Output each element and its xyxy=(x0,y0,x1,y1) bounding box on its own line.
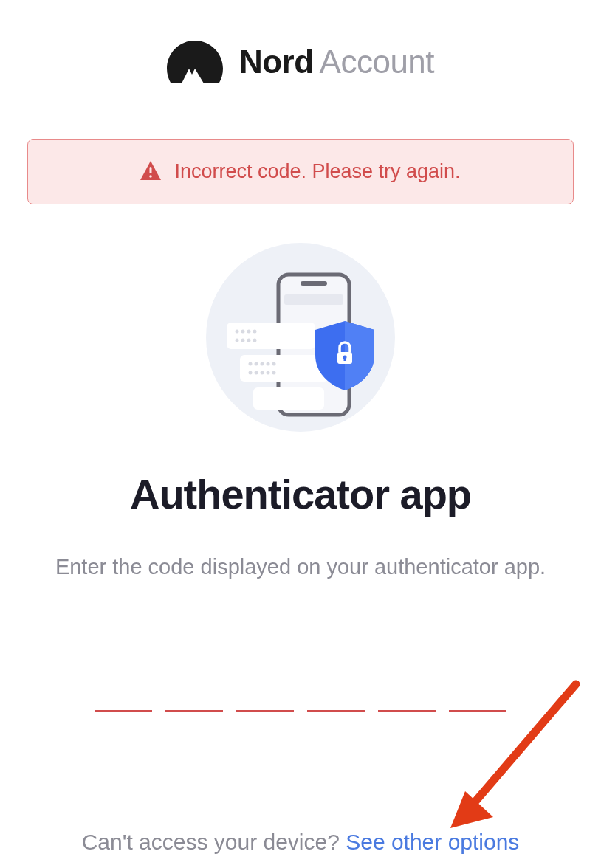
svg-rect-0 xyxy=(150,167,152,173)
svg-point-1 xyxy=(150,175,153,178)
svg-point-16 xyxy=(249,362,253,366)
brand-name-light: Account xyxy=(320,44,434,80)
see-other-options-link[interactable]: See other options xyxy=(346,830,519,854)
svg-rect-29 xyxy=(344,357,346,361)
code-digit-3[interactable] xyxy=(236,668,294,712)
svg-point-20 xyxy=(272,362,276,366)
svg-point-10 xyxy=(253,330,257,334)
authenticator-illustration xyxy=(0,241,601,433)
code-digit-2[interactable] xyxy=(165,668,223,712)
svg-point-18 xyxy=(261,362,264,366)
code-digit-4[interactable] xyxy=(307,668,365,712)
svg-point-25 xyxy=(272,371,276,375)
svg-rect-5 xyxy=(284,294,343,305)
svg-point-13 xyxy=(247,339,251,342)
svg-rect-26 xyxy=(253,388,324,410)
footer-prompt: Can't access your device? xyxy=(82,830,346,854)
svg-point-24 xyxy=(267,371,270,375)
svg-point-8 xyxy=(241,330,245,334)
brand-name-bold: Nord xyxy=(239,44,314,80)
footer: Can't access your device? See other opti… xyxy=(0,830,601,855)
svg-point-9 xyxy=(247,330,251,334)
code-digit-1[interactable] xyxy=(95,668,152,712)
warning-triangle-icon xyxy=(140,161,161,183)
error-alert: Incorrect code. Please try again. xyxy=(27,139,574,204)
svg-point-7 xyxy=(236,330,239,334)
code-digit-5[interactable] xyxy=(378,668,436,712)
svg-point-23 xyxy=(261,371,264,375)
page-subtitle: Enter the code displayed on your authent… xyxy=(0,555,601,579)
svg-point-17 xyxy=(255,362,258,366)
svg-rect-6 xyxy=(227,323,315,349)
svg-rect-4 xyxy=(300,281,327,286)
svg-point-19 xyxy=(267,362,270,366)
svg-rect-15 xyxy=(240,355,329,382)
logo-text: NordAccount xyxy=(239,44,434,80)
svg-point-14 xyxy=(253,339,257,342)
page-header: NordAccount xyxy=(0,0,601,83)
page-title: Authenticator app xyxy=(0,470,601,518)
svg-point-22 xyxy=(255,371,258,375)
code-input-group xyxy=(0,668,601,712)
svg-point-12 xyxy=(241,339,245,342)
error-message: Incorrect code. Please try again. xyxy=(174,160,460,183)
nord-logo-icon xyxy=(167,41,223,83)
svg-marker-31 xyxy=(450,791,493,828)
code-digit-6[interactable] xyxy=(449,668,506,712)
svg-point-21 xyxy=(249,371,253,375)
svg-point-11 xyxy=(236,339,239,342)
